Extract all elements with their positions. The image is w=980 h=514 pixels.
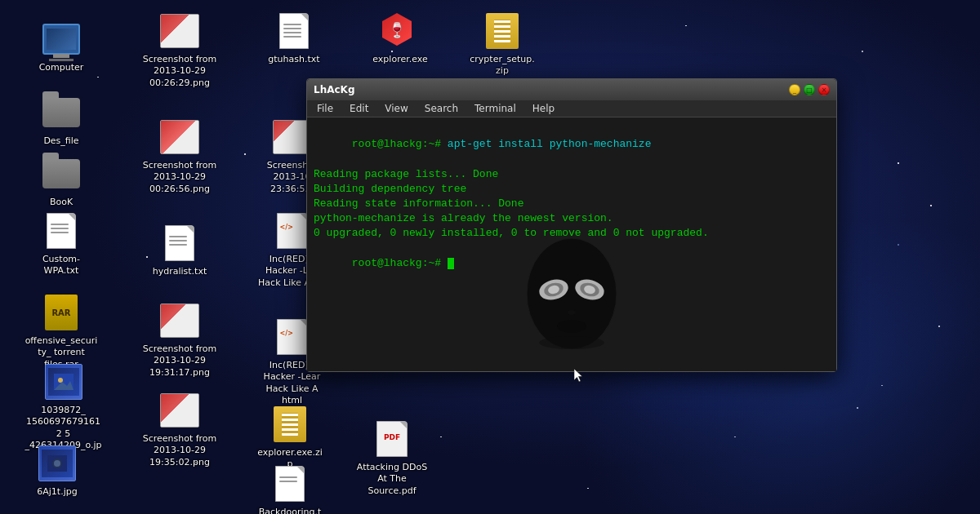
crypter-zip-icon-image — [483, 11, 522, 51]
gtuhash-label: gtuhash.txt — [268, 54, 319, 65]
backdooring-icon-image — [270, 464, 310, 503]
txt-line-4 — [283, 36, 301, 38]
terminal-menu-help[interactable]: Help — [529, 102, 558, 115]
svg-point-7 — [539, 336, 604, 349]
terminal-controls: _ □ × — [789, 84, 830, 95]
offensive-rar-icon-image: RAR — [42, 293, 81, 332]
explorer-exe-icon-image: 🍷 — [381, 11, 420, 51]
txt-file-shape-back — [275, 466, 305, 502]
computer-icon-image — [42, 20, 81, 59]
terminal-minimize-button[interactable]: _ — [789, 84, 800, 95]
terminal-line-4: Reading state information... Done — [314, 197, 830, 211]
folder-shape-des — [42, 98, 80, 127]
6aj1t-icon-image — [38, 444, 77, 483]
explorer-zip-icon-image — [270, 405, 310, 444]
monitor-shape — [42, 24, 80, 55]
screenshot2-icon-image — [160, 117, 199, 157]
hydralist-icon-image — [160, 224, 199, 263]
desktop-icon-computer[interactable]: Computer — [24, 16, 98, 77]
txt-file-shape — [279, 13, 309, 49]
desktop-icon-screenshot5[interactable]: Screenshot from 2013-10-29 19:35:02.png — [139, 388, 220, 472]
terminal-content[interactable]: root@lhackg:~# apt-get install python-me… — [307, 117, 836, 371]
svg-point-5 — [54, 460, 60, 467]
screenshot1-thumb — [160, 14, 199, 48]
custom-wpa-label: Custom-WPA.txt — [28, 254, 95, 277]
computer-label: Computer — [39, 62, 84, 73]
jpg-inner2 — [42, 450, 73, 477]
html-tag2: </> — [280, 330, 293, 337]
backdooring-label: Backdooring.txt — [256, 507, 323, 514]
explorer-exe-label: explorer.exe — [372, 54, 427, 65]
screenshot1-icon-image — [160, 11, 199, 51]
exe-shape: 🍷 — [382, 13, 418, 49]
6aj1t-preview-svg — [47, 455, 67, 472]
terminal-menu-view[interactable]: View — [381, 102, 411, 115]
desktop-icon-6aj1t[interactable]: 6Aj1t.jpg — [20, 441, 94, 501]
terminal-prompt-1: root@lhackg:~# — [352, 138, 441, 150]
alien-logo — [514, 233, 629, 363]
screenshot5-thumb — [160, 393, 199, 428]
back-line-1 — [279, 476, 297, 478]
txt-file-shape-wpa — [47, 213, 76, 249]
desktop-icon-crypter-zip[interactable]: crypter_setup.zip — [466, 8, 539, 81]
des-file-icon-image — [42, 93, 81, 132]
html-shape2: </> — [277, 319, 308, 355]
jpg-shape — [45, 364, 82, 400]
wpa-line-3 — [51, 232, 69, 233]
screenshot5-icon-image — [160, 391, 199, 430]
terminal-prompt-2: root@lhackg:~# — [352, 257, 441, 269]
html-shape1: </> — [277, 213, 308, 249]
pdf-label: PDF — [377, 433, 407, 441]
zip-shape — [486, 13, 519, 49]
desktop-icon-screenshot1[interactable]: Screenshot from 2013-10-29 00:26:29.png — [139, 8, 220, 92]
terminal-menu-terminal[interactable]: Terminal — [471, 102, 519, 115]
terminal-line-5: python-mechanize is already the newest v… — [314, 211, 830, 226]
6aj1t-label: 6Aj1t.jpg — [37, 486, 77, 498]
screenshot2-thumb — [160, 120, 199, 154]
back-txt-lines — [279, 476, 297, 485]
desktop-icon-attacking-pdf[interactable]: PDF Attacking DDoS At The Source.pdf — [351, 416, 433, 500]
desktop-icon-book[interactable]: BooK — [24, 151, 98, 211]
txt-line-2 — [283, 28, 301, 29]
html-tag1: </> — [280, 224, 293, 231]
book-label: BooK — [50, 197, 73, 208]
terminal-close-button[interactable]: × — [818, 84, 830, 95]
attacking-pdf-icon-image: PDF — [372, 419, 412, 459]
desktop-icon-des-file[interactable]: Des_file — [24, 90, 98, 150]
desktop-icon-backdooring[interactable]: Backdooring.txt — [253, 461, 327, 514]
terminal-titlebar: LhAcKg _ □ × — [307, 79, 836, 100]
desktop-icon-custom-wpa[interactable]: Custom-WPA.txt — [24, 208, 98, 281]
terminal-menu-file[interactable]: File — [314, 102, 336, 115]
pdf-shape: PDF — [376, 421, 408, 457]
terminal-maximize-button[interactable]: □ — [804, 84, 815, 95]
jpg-preview-svg — [54, 374, 74, 390]
book-icon-image — [42, 154, 81, 193]
svg-point-14 — [568, 310, 576, 315]
desktop-icon-screenshot4[interactable]: Screenshot from 2013-10-29 19:31:17.png — [139, 298, 220, 382]
hydra-txt-lines — [169, 236, 187, 248]
desktop-icon-gtuhash[interactable]: gtuhash.txt — [257, 8, 331, 69]
terminal-title: LhAcKg — [314, 84, 354, 95]
hydralist-label: hydralist.txt — [153, 266, 207, 277]
desktop-icon-screenshot2[interactable]: Screenshot from 2013-10-29 00:26:56.png — [139, 114, 220, 198]
svg-point-15 — [557, 320, 586, 333]
terminal-menu-edit[interactable]: Edit — [346, 102, 372, 115]
image-jpg-icon-image — [44, 362, 83, 401]
desktop-icon-explorer-exe[interactable]: 🍷 explorer.exe — [363, 8, 437, 69]
terminal-line-1: root@lhackg:~# apt-get install python-me… — [314, 122, 830, 167]
screenshot4-icon-image — [160, 301, 199, 340]
wpa-line-2 — [51, 228, 69, 229]
terminal-line-2: Reading package lists... Done — [314, 167, 830, 182]
rar-shape: RAR — [45, 295, 78, 330]
crypter-zip-label: crypter_setup.zip — [469, 54, 536, 78]
desktop-icon-hydralist[interactable]: hydralist.txt — [139, 220, 220, 281]
jpg-shape2 — [38, 445, 76, 481]
zip-stripes2 — [282, 413, 298, 436]
screenshot5-label: Screenshot from 2013-10-29 19:35:02.png — [142, 433, 217, 468]
screenshot4-thumb — [160, 304, 199, 338]
wine-shape: 🍷 — [382, 13, 412, 46]
folder-shape-book — [42, 159, 80, 188]
terminal-menu-search[interactable]: Search — [421, 102, 461, 115]
wpa-line-1 — [51, 224, 69, 225]
zip-shape2 — [274, 406, 306, 442]
